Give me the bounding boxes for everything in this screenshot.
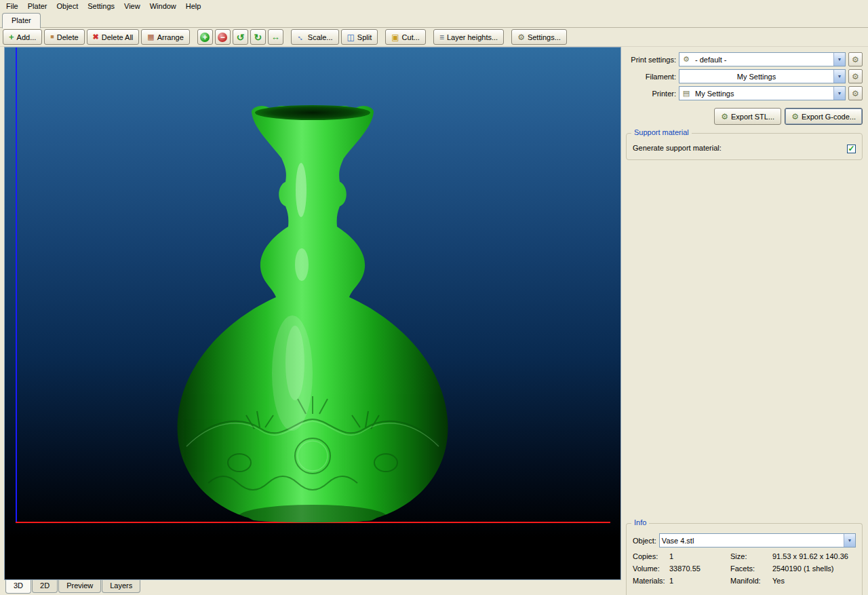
info-title: Info (631, 518, 649, 526)
chevron-down-icon[interactable]: ▼ (833, 70, 845, 83)
materials-label: Materials: (633, 577, 667, 585)
filament-row: Filament: My Settings ▼ ⚙ (626, 69, 863, 83)
3d-scene (5, 47, 620, 580)
tab-2d[interactable]: 2D (32, 580, 58, 593)
printer-select[interactable]: ▤ My Settings ▼ (679, 86, 846, 100)
cut-button[interactable]: ▣ Cut... (385, 29, 426, 45)
cut-icon: ▣ (391, 33, 399, 41)
tab-3d[interactable]: 3D (5, 580, 31, 594)
tab-plater[interactable]: Plater (2, 13, 41, 28)
increase-copies-button[interactable]: + (197, 29, 213, 45)
gear-icon: ⚙ (852, 55, 859, 64)
printer-gear-button[interactable]: ⚙ (848, 86, 863, 100)
plus-circle-icon: + (200, 33, 210, 42)
export-stl-icon: ⚙ (721, 112, 728, 121)
plater-toolbar: + Add... ■ Delete ✖ Delete All ▦ Arrange… (0, 28, 868, 47)
menu-view[interactable]: View (119, 1, 145, 12)
volume-value: 33870.55 (669, 564, 728, 573)
decrease-copies-button[interactable]: − (215, 29, 231, 45)
export-buttons-row: ⚙ Export STL... ⚙ Export G-code... (626, 108, 863, 125)
filament-label: Filament: (626, 73, 676, 81)
chevron-down-icon[interactable]: ▼ (833, 87, 845, 100)
tab-layers[interactable]: Layers (102, 580, 140, 593)
copies-label: Copies: (633, 552, 667, 560)
rotate-ccw-button[interactable]: ↺ (233, 29, 248, 45)
delete-all-label: Delete All (102, 33, 133, 41)
manifold-label: Manifold: (730, 577, 770, 585)
vase-model[interactable] (178, 105, 448, 529)
export-gcode-button[interactable]: ⚙ Export G-code... (785, 108, 863, 125)
chevron-down-icon[interactable]: ▼ (844, 534, 855, 547)
menu-settings[interactable]: Settings (83, 1, 119, 12)
rotate-cw-icon: ↻ (254, 33, 262, 42)
delete-button[interactable]: ■ Delete (44, 29, 84, 45)
filament-gear-button[interactable]: ⚙ (848, 69, 863, 83)
menu-help[interactable]: Help (181, 1, 206, 12)
minus-circle-icon: − (218, 33, 227, 42)
generate-support-checkbox[interactable]: ✓ (847, 145, 856, 153)
add-icon: + (9, 33, 14, 41)
printer-row: Printer: ▤ My Settings ▼ ⚙ (626, 86, 863, 100)
viewport-column: 3D 2D Preview Layers (0, 47, 622, 595)
printer-icon: ▤ (679, 89, 693, 98)
split-button[interactable]: ◫ Split (341, 29, 378, 45)
tab-preview[interactable]: Preview (58, 580, 101, 593)
add-label: Add... (17, 33, 37, 41)
layer-heights-icon: ≡ (439, 33, 444, 41)
arrange-label: Arrange (157, 33, 184, 41)
object-stats: Copies: 1 Size: 91.53 x 91.62 x 140.36 V… (633, 552, 856, 589)
split-icon: ◫ (347, 33, 355, 41)
print-settings-gear-button[interactable]: ⚙ (848, 52, 863, 66)
scale-label: Scale... (308, 33, 333, 41)
info-group: Info Object: Vase 4.stl ▼ Copies: 1 Size… (626, 523, 863, 595)
right-settings-panel: Print settings: ⚙ - default - ▼ ⚙ Filame… (622, 47, 868, 595)
object-settings-label: Settings... (528, 33, 561, 41)
object-settings-button[interactable]: ⚙ Settings... (511, 29, 567, 45)
filament-select[interactable]: My Settings ▼ (679, 69, 846, 83)
menu-object[interactable]: Object (52, 1, 83, 12)
rotate-cw-button[interactable]: ↻ (250, 29, 266, 45)
print-settings-label: Print settings: (626, 56, 676, 64)
menu-file[interactable]: File (1, 1, 23, 12)
chevron-down-icon[interactable]: ▼ (833, 53, 845, 66)
size-value: 91.53 x 91.62 x 140.36 (772, 552, 856, 560)
add-button[interactable]: + Add... (3, 29, 42, 45)
notebook-tab-bar: Plater (0, 12, 868, 28)
mirror-button[interactable]: ↔ (268, 29, 283, 45)
support-material-group: Support material Generate support materi… (626, 133, 863, 160)
menu-window[interactable]: Window (145, 1, 181, 12)
layer-heights-label: Layer heights... (447, 33, 498, 41)
print-settings-select[interactable]: ⚙ - default - ▼ (679, 52, 846, 66)
cut-label: Cut... (402, 33, 420, 41)
gear-icon: ⚙ (679, 55, 693, 64)
split-label: Split (357, 33, 372, 41)
manifold-value: Yes (772, 577, 856, 585)
view-mode-tabs: 3D 2D Preview Layers (4, 580, 622, 595)
export-stl-label: Export STL... (731, 113, 774, 121)
gear-icon: ⚙ (852, 72, 859, 81)
layer-heights-button[interactable]: ≡ Layer heights... (433, 29, 504, 45)
vase-opening (255, 105, 370, 120)
object-select[interactable]: Vase 4.stl ▼ (659, 533, 856, 548)
scale-button[interactable]: ↔ Scale... (291, 29, 339, 45)
menu-plater[interactable]: Plater (23, 1, 52, 12)
vase-base-shadow (238, 505, 387, 529)
slic3r-window: File Plater Object Settings View Window … (0, 0, 868, 595)
facets-label: Facets: (730, 564, 770, 573)
print-settings-row: Print settings: ⚙ - default - ▼ ⚙ (626, 52, 863, 66)
object-label: Object: (633, 537, 656, 545)
delete-all-button[interactable]: ✖ Delete All (87, 29, 140, 45)
export-stl-button[interactable]: ⚙ Export STL... (714, 108, 781, 125)
mirror-icon: ↔ (271, 33, 280, 41)
printer-label: Printer: (626, 90, 676, 98)
3d-viewport[interactable] (4, 47, 621, 580)
rotate-ccw-icon: ↺ (236, 33, 244, 42)
arrange-button[interactable]: ▦ Arrange (141, 29, 190, 45)
copies-value: 1 (669, 552, 728, 560)
size-label: Size: (730, 552, 770, 560)
object-value: Vase 4.stl (660, 537, 844, 545)
materials-value: 1 (669, 577, 728, 585)
delete-all-icon: ✖ (93, 33, 99, 41)
printer-value: My Settings (693, 90, 833, 98)
export-gcode-label: Export G-code... (802, 113, 856, 121)
